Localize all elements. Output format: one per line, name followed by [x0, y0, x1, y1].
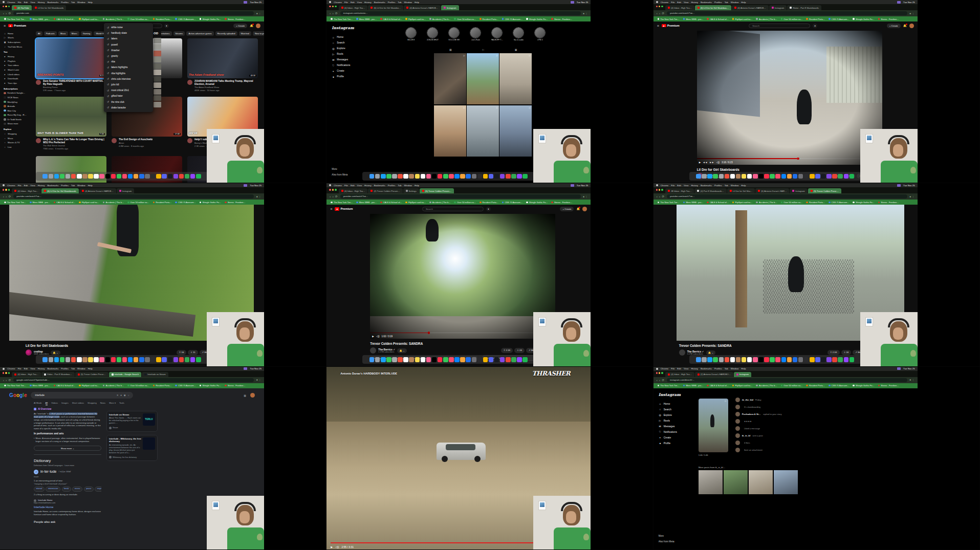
tab-tagged-icon[interactable]: ▣: [515, 48, 517, 51]
bookmark-item[interactable]: Over 50 million ea…: [127, 18, 149, 20]
sidebar-item[interactable]: ♡Notifications: [659, 429, 693, 435]
bookmark-item[interactable]: Mens WEB - pro…: [30, 201, 50, 204]
bookmark-item[interactable]: FlipSpot card tra…: [79, 201, 99, 204]
dock-icon[interactable]: [88, 174, 93, 179]
bookmark-item[interactable]: CSS #5 Awesom…: [829, 384, 849, 387]
search-input[interactable]: interlude✕♦◉○: [31, 392, 133, 399]
menubar-item[interactable]: Tab: [71, 1, 75, 4]
menubar-item[interactable]: Profiles: [714, 367, 722, 370]
search-suggestion[interactable]: ↺white noise: [104, 25, 153, 30]
dock-icon[interactable]: [117, 174, 122, 179]
menubar-item[interactable]: Edit: [677, 1, 681, 4]
browser-tab[interactable]: (6) Lil Dre for Girl Skatebo…: [368, 5, 403, 10]
mini-thumbnail[interactable]: [154, 44, 161, 50]
dock-icon[interactable]: [758, 357, 764, 362]
instagram-logo[interactable]: Instagram: [332, 26, 366, 30]
sidebar-item[interactable]: ▫Live: [4, 145, 33, 149]
video-card[interactable]: BREAKING POINTS8:21 Dem Senator THREATEN…: [36, 38, 106, 92]
video-channel[interactable]: The Adam Friedland Show: [194, 86, 258, 89]
video-thumbnail[interactable]: The Adam Friedland show43:18: [187, 38, 258, 78]
bookmark-item[interactable]: Stereo - Freebee…: [878, 384, 899, 387]
sidebar-subscription[interactable]: Dr Todd Steele: [4, 117, 33, 122]
story-highlight[interactable]: BILLIE B: [403, 28, 419, 41]
bookmark-item[interactable]: Resident Porta…: [806, 18, 825, 20]
bookmark-item[interactable]: Mens WEB - pro…: [683, 18, 704, 20]
menubar-item[interactable]: Tab: [398, 184, 401, 187]
bookmark-item[interactable]: Resident Porta…: [153, 18, 172, 20]
dock-icon[interactable]: [42, 174, 48, 179]
bookmark-item[interactable]: CALS & School of…: [380, 18, 402, 20]
mic-icon[interactable]: ♦: [121, 392, 122, 399]
dock-icon[interactable]: [139, 174, 144, 179]
sidebar-item[interactable]: ▸Your clips: [4, 81, 33, 85]
tab-posts-icon[interactable]: ▦: [449, 48, 452, 51]
menubar-item[interactable]: History: [38, 1, 45, 4]
menubar-item[interactable]: Window: [77, 367, 85, 370]
dock-icon[interactable]: [369, 174, 375, 179]
mic-icon[interactable]: ♦: [813, 24, 817, 28]
dock-icon[interactable]: [707, 174, 712, 179]
browser-tab[interactable]: (6) Lil Dre for Girl Skateboa…: [695, 5, 731, 10]
browser-tab[interactable]: (2) YouTube: [12, 5, 32, 10]
sidebar-item[interactable]: ▣Subscriptions: [4, 40, 33, 45]
video-channel[interactable]: The Wall Street Journal: [43, 144, 106, 147]
dock-icon[interactable]: [398, 174, 403, 179]
dock-icon[interactable]: [173, 357, 179, 362]
sidebar-item[interactable]: ▸Your videos: [4, 63, 33, 68]
post-tile[interactable]: ▷: [499, 105, 532, 157]
video-thumbnail[interactable]: BREAKING POINTS8:21: [36, 38, 106, 78]
bookmark-item[interactable]: Resident Porta…: [806, 384, 825, 387]
dock-icon[interactable]: [764, 357, 769, 362]
result-tab[interactable]: AI Mode: [34, 402, 42, 405]
dock-icon[interactable]: [196, 174, 201, 179]
menubar-item[interactable]: Edit: [677, 184, 681, 187]
menubar-item[interactable]: Edit: [24, 184, 28, 187]
mini-thumbnail[interactable]: [154, 82, 161, 88]
search-suggestion[interactable]: ↺lakers: [104, 36, 153, 41]
player-controls[interactable]: ▶◄◄►►◁))3:16 / 6:15: [699, 161, 733, 164]
browser-tab[interactable]: (2) Trevor Colden Presen…: [368, 188, 402, 193]
like-button[interactable]: ⇧ 2.1K: [827, 350, 840, 355]
bookmark-item[interactable]: The New York Tim…: [331, 201, 353, 204]
bookmark-item[interactable]: The New York Tim…: [658, 201, 680, 204]
menubar-item[interactable]: History: [364, 1, 372, 4]
filter-chip[interactable]: Sitcoms: [173, 31, 185, 36]
browser-tab[interactable]: (6) Antonio Durao's HAR…: [755, 188, 789, 193]
post-tile[interactable]: ▷: [434, 53, 466, 104]
browser-tab[interactable]: Lil Dre for Girl Skateboards: [32, 5, 67, 10]
menubar-item[interactable]: Profiles: [388, 184, 396, 187]
bookmark-item[interactable]: Stereo - Freebee…: [225, 18, 246, 20]
dislike-button[interactable]: ⇩ 11: [188, 350, 198, 355]
similar-word-chip[interactable]: respite: [95, 487, 101, 491]
bookmark-item[interactable]: Accidents | The b…: [756, 384, 777, 387]
hamburger-icon[interactable]: ≡: [4, 24, 6, 28]
post-thumbnail[interactable]: [724, 470, 748, 494]
search-suggestion[interactable]: ↺chris cole interview: [104, 76, 153, 82]
dock-icon[interactable]: [134, 357, 139, 362]
dock-icon[interactable]: [403, 357, 408, 362]
bookmark-item[interactable]: Accidents | The b…: [756, 18, 777, 20]
menubar-item[interactable]: Help: [415, 1, 419, 4]
dock-icon[interactable]: [844, 357, 849, 362]
dock-icon[interactable]: [804, 174, 809, 179]
dock-icon[interactable]: [793, 357, 798, 362]
browser-tab[interactable]: (4) Inbox - High Tea…: [339, 188, 368, 193]
menubar-item[interactable]: Bookmarks: [701, 367, 712, 370]
notifications-bell-icon[interactable]: 🔔: [903, 24, 907, 27]
filter-chip[interactable]: New to you: [253, 31, 264, 36]
create-button[interactable]: + Create: [560, 207, 574, 211]
browser-tab[interactable]: (4) Inbox - High Tea…: [12, 188, 41, 193]
dock-icon[interactable]: [810, 174, 815, 179]
dock-icon[interactable]: [449, 174, 454, 179]
menubar-item[interactable]: Tab: [71, 184, 75, 187]
player-controls[interactable]: ▶ ◁)) 2:55 / 3:31: [331, 545, 354, 548]
similar-word-chip[interactable]: pause: [84, 487, 94, 491]
dock-icon[interactable]: [747, 357, 752, 362]
dock-icon[interactable]: [156, 357, 161, 362]
dock-icon[interactable]: [844, 174, 849, 179]
dock-icon[interactable]: [150, 174, 156, 179]
dock-icon[interactable]: [49, 357, 54, 362]
instagram-logo[interactable]: Instagram: [659, 392, 693, 397]
dock-icon[interactable]: [82, 357, 88, 362]
bookmark-item[interactable]: Accidents | The b…: [429, 201, 450, 204]
